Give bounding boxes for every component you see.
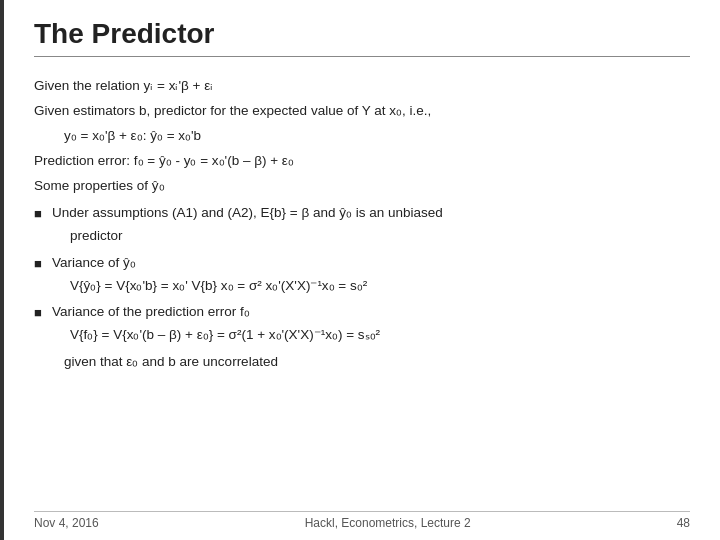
bullet-icon-1: ■ <box>34 203 52 225</box>
footer-center: Hackl, Econometrics, Lecture 2 <box>305 516 471 530</box>
bullet-item-2: ■ Variance of ŷ₀ V{ŷ₀} = V{x₀'b} = x₀' V… <box>34 252 690 298</box>
bullet-icon-3: ■ <box>34 302 52 324</box>
slide-footer: Nov 4, 2016 Hackl, Econometrics, Lecture… <box>34 511 690 530</box>
slide-container: The Predictor Given the relation yᵢ = xᵢ… <box>0 0 720 540</box>
footer-right: 48 <box>677 516 690 530</box>
paragraph-4: Some properties of ŷ₀ <box>34 175 690 198</box>
bullet-item-1: ■ Under assumptions (A1) and (A2), E{b} … <box>34 202 690 248</box>
bullet-text-1: Under assumptions (A1) and (A2), E{b} = … <box>52 202 690 248</box>
footer-left: Nov 4, 2016 <box>34 516 99 530</box>
bullet-icon-2: ■ <box>34 253 52 275</box>
paragraph-1: Given the relation yᵢ = xᵢ'β + εᵢ <box>34 75 690 98</box>
bullet-text-3: Variance of the prediction error f₀ V{f₀… <box>52 301 690 347</box>
slide-content: Given the relation yᵢ = xᵢ'β + εᵢ Given … <box>34 75 690 374</box>
bullet-list: ■ Under assumptions (A1) and (A2), E{b} … <box>34 202 690 348</box>
slide-title: The Predictor <box>34 18 690 57</box>
paragraph-after-bullets: given that ε₀ and b are uncorrelated <box>64 351 690 374</box>
paragraph-2b: y₀ = x₀'β + ε₀: ŷ₀ = x₀'b <box>64 125 690 148</box>
paragraph-2: Given estimators b, predictor for the ex… <box>34 100 690 123</box>
bullet-text-2: Variance of ŷ₀ V{ŷ₀} = V{x₀'b} = x₀' V{b… <box>52 252 690 298</box>
paragraph-3: Prediction error: f₀ = ŷ₀ - y₀ = x₀'(b –… <box>34 150 690 173</box>
bullet-item-3: ■ Variance of the prediction error f₀ V{… <box>34 301 690 347</box>
